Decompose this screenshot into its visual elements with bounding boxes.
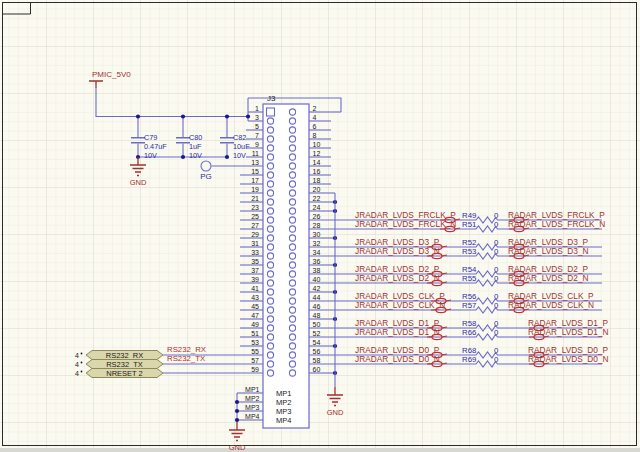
pad[interactable] — [289, 253, 295, 259]
pad[interactable] — [267, 199, 273, 205]
pad[interactable] — [289, 280, 295, 286]
resistor-refdes[interactable]: R54 — [462, 265, 477, 274]
pad[interactable] — [289, 316, 295, 322]
power-net-label[interactable]: PMIC_5V0 — [92, 70, 131, 79]
pad[interactable] — [267, 181, 273, 187]
resistor-refdes[interactable]: R52 — [462, 238, 476, 247]
pad[interactable] — [289, 163, 295, 169]
pad[interactable] — [267, 253, 273, 259]
pad[interactable] — [289, 190, 295, 196]
pad[interactable] — [267, 145, 273, 151]
pad[interactable] — [267, 208, 273, 214]
port-label[interactable]: RS232_RX — [106, 351, 144, 360]
pad[interactable] — [289, 208, 295, 214]
pad[interactable] — [267, 298, 273, 304]
pad[interactable] — [289, 343, 295, 349]
resistor-refdes[interactable]: R66 — [462, 328, 476, 337]
resistor-refdes[interactable]: R49 — [462, 211, 476, 220]
pad[interactable] — [267, 118, 273, 124]
pad[interactable] — [289, 298, 295, 304]
net-label[interactable]: RADAR_LVDS_D2_N — [508, 273, 589, 283]
pad[interactable] — [267, 172, 273, 178]
capacitor-refdes[interactable]: C82 — [233, 133, 246, 142]
capacitor-value[interactable]: 0.47uF — [144, 142, 167, 151]
connector-refdes[interactable]: J3 — [267, 94, 276, 103]
pad[interactable] — [289, 271, 295, 277]
resistor-refdes[interactable]: R56 — [462, 292, 476, 301]
net-label[interactable]: RS232_RX — [167, 345, 207, 354]
capacitor-voltage[interactable]: 10V — [144, 151, 157, 160]
pad[interactable] — [289, 145, 295, 151]
port-label[interactable]: NRESET 2 — [106, 369, 143, 378]
pad[interactable] — [267, 136, 273, 142]
pad[interactable] — [289, 262, 295, 268]
pad[interactable] — [267, 163, 273, 169]
pad[interactable] — [267, 190, 273, 196]
resistor-refdes[interactable]: R58 — [462, 319, 476, 328]
net-label[interactable]: RADAR_LVDS_D3_N — [508, 246, 589, 256]
pad[interactable] — [289, 352, 295, 358]
resistor-refdes[interactable]: R57 — [462, 301, 476, 310]
pad[interactable] — [267, 352, 273, 358]
pad-pin1[interactable] — [267, 108, 275, 116]
capacitor-refdes[interactable]: C80 — [189, 133, 202, 142]
net-label[interactable]: RADAR_LVDS_D0_N — [528, 354, 609, 364]
net-label[interactable]: RADAR_LVDS_FRCLK_N — [508, 219, 605, 229]
resistor-refdes[interactable]: R51 — [462, 220, 476, 229]
schematic-canvas[interactable]: PMIC_5V0 C790.47uF10VC801uF10VC8210uF10V… — [0, 0, 640, 452]
capacitor-value[interactable]: 10uF — [233, 142, 250, 151]
net-label[interactable]: JRADAR_LVDS_D2_N — [355, 273, 440, 283]
pad[interactable] — [267, 226, 273, 232]
capacitor-voltage[interactable]: 10V — [189, 151, 202, 160]
pad[interactable] — [289, 199, 295, 205]
pad[interactable] — [267, 217, 273, 223]
connector-j3[interactable]: J3 — [263, 94, 309, 428]
pad[interactable] — [289, 307, 295, 313]
net-label[interactable]: JRADAR_LVDS_D0_N — [355, 354, 440, 364]
pad[interactable] — [289, 127, 295, 133]
net-label[interactable]: RADAR_LVDS_D1_N — [528, 327, 609, 337]
net-label[interactable]: RADAR_LVDS_CLK_N — [508, 300, 594, 310]
pad[interactable] — [267, 307, 273, 313]
pad[interactable] — [289, 289, 295, 295]
capacitor-voltage[interactable]: 10V — [233, 151, 246, 160]
pad[interactable] — [289, 334, 295, 340]
pad[interactable] — [289, 244, 295, 250]
pad[interactable] — [267, 271, 273, 277]
pad[interactable] — [267, 370, 273, 376]
pad[interactable] — [267, 334, 273, 340]
resistor-refdes[interactable]: R69 — [462, 355, 476, 364]
pad[interactable] — [289, 136, 295, 142]
pad[interactable] — [289, 226, 295, 232]
pad[interactable] — [289, 154, 295, 160]
pad[interactable] — [267, 289, 273, 295]
pad[interactable] — [267, 235, 273, 241]
pad[interactable] — [289, 370, 295, 376]
pad[interactable] — [289, 181, 295, 187]
capacitor-value[interactable]: 1uF — [189, 142, 202, 151]
pad[interactable] — [267, 127, 273, 133]
net-label[interactable]: JRADAR_LVDS_CLK_N — [355, 300, 445, 310]
pad[interactable] — [267, 244, 273, 250]
pad[interactable] — [267, 154, 273, 160]
resistor-refdes[interactable]: R68 — [462, 346, 476, 355]
resistor-refdes[interactable]: R55 — [462, 274, 477, 283]
resistor-refdes[interactable]: R53 — [462, 247, 476, 256]
pad[interactable] — [289, 109, 295, 115]
net-label[interactable]: RS232_TX — [167, 354, 206, 363]
pad[interactable] — [289, 235, 295, 241]
net-label[interactable]: JRADAR_LVDS_FRCLK_N — [355, 219, 456, 229]
net-label[interactable]: JRADAR_LVDS_D1_N — [355, 327, 440, 337]
net-label[interactable]: JRADAR_LVDS_D3_N — [355, 246, 440, 256]
pad[interactable] — [267, 280, 273, 286]
pad[interactable] — [267, 343, 273, 349]
pad[interactable] — [267, 325, 273, 331]
pad[interactable] — [289, 217, 295, 223]
pad[interactable] — [289, 325, 295, 331]
pad[interactable] — [267, 361, 273, 367]
pad[interactable] — [289, 118, 295, 124]
pad[interactable] — [289, 361, 295, 367]
capacitor-refdes[interactable]: C79 — [144, 133, 157, 142]
pad[interactable] — [289, 172, 295, 178]
pad[interactable] — [267, 316, 273, 322]
